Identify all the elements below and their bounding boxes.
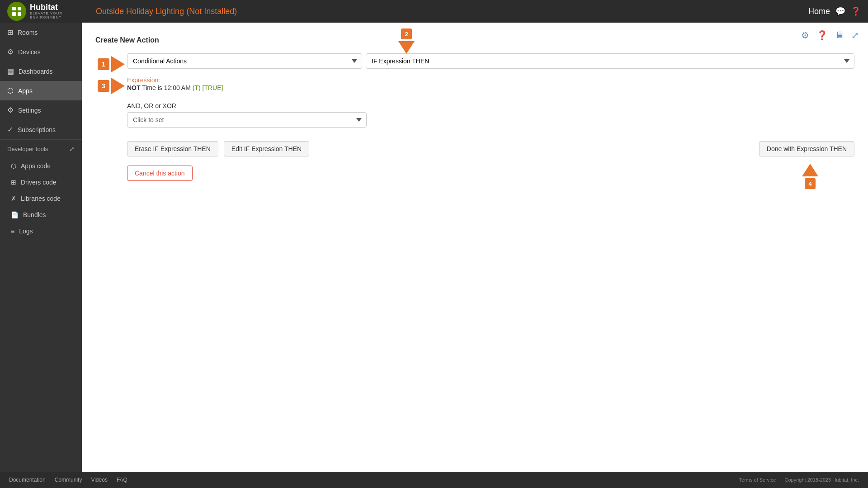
edit-button[interactable]: Edit IF Expression THEN (224, 141, 309, 156)
expand-icon[interactable]: ⤢ (851, 30, 859, 41)
t-text: (T) (193, 84, 201, 91)
expression-block: Expression: NOT Time is 12:00 AM (T) [TR… (127, 76, 854, 91)
logo-area: Hubitat ELEVATE YOUR ENVIRONMENT (7, 2, 89, 21)
sidebar-sub-item-label: Logs (19, 227, 33, 235)
footer-terms[interactable]: Terms of Service (739, 477, 776, 483)
right-arrow-1-icon (111, 56, 125, 72)
svg-rect-3 (18, 12, 21, 16)
main-layout: ⊞ Rooms ⚙ Devices ▦ Dashboards ⬡ Apps ⚙ … (0, 23, 868, 472)
subscriptions-icon: ✓ (7, 125, 13, 134)
sidebar-item-apps[interactable]: ⬡ Apps (0, 81, 82, 100)
content-area: ⚙ ❓ 🖥 ⤢ Create New Action 2 1 (82, 23, 868, 472)
footer-copyright: Copyright 2018-2023 Hubitat, Inc. (785, 477, 859, 483)
logo-subtitle: ELEVATE YOUR ENVIRONMENT (30, 11, 89, 19)
svg-rect-2 (12, 12, 16, 16)
annotation-3: 3 (98, 78, 125, 94)
dropdowns-row: Conditional Actions IF Expression THEN (127, 53, 854, 69)
expression-label-row: Expression: (127, 76, 854, 84)
expression-text: NOT Time is 12:00 AM (T) [TRUE] (127, 84, 854, 91)
badge-3: 3 (98, 80, 109, 92)
sidebar-item-label: Dashboards (19, 68, 53, 75)
expression-type-dropdown[interactable]: IF Expression THEN (366, 53, 854, 69)
developer-tools-label: Developer tools (7, 146, 48, 152)
badge-1: 1 (98, 58, 109, 70)
sidebar-sub-item-label: Bundles (23, 211, 46, 218)
button-row: Erase IF Expression THEN Edit IF Express… (127, 141, 854, 156)
expression-label[interactable]: Expression: (127, 76, 160, 84)
page-footer: Documentation Community Videos FAQ Terms… (0, 472, 868, 488)
logs-icon: ≡ (11, 227, 14, 235)
sidebar-item-dashboards[interactable]: ▦ Dashboards (0, 62, 82, 81)
right-arrow-3-icon (111, 78, 125, 94)
svg-rect-1 (18, 7, 21, 10)
annotation-1: 1 (98, 56, 125, 72)
libraries-code-icon: ✗ (11, 195, 16, 202)
apps-icon: ⬡ (7, 86, 14, 95)
sidebar-item-label: Devices (18, 48, 41, 56)
apps-code-icon: ⬡ (11, 162, 16, 170)
click-to-set-dropdown[interactable]: Click to set (127, 112, 367, 128)
sidebar-sub-item-label: Drivers code (21, 179, 57, 186)
sidebar-item-libraries-code[interactable]: ✗ Libraries code (0, 190, 82, 207)
badge-4: 4 (805, 178, 816, 189)
sidebar: ⊞ Rooms ⚙ Devices ▦ Dashboards ⬡ Apps ⚙ … (0, 23, 82, 472)
sidebar-sub-item-label: Libraries code (21, 195, 61, 202)
sidebar-item-drivers-code[interactable]: ⊞ Drivers code (0, 174, 82, 190)
expression-mid: Time is 12:00 AM (142, 84, 191, 91)
done-button[interactable]: Done with Expression THEN (759, 141, 854, 156)
action-type-dropdown[interactable]: Conditional Actions (127, 53, 362, 69)
cancel-row: Cancel this action (127, 166, 854, 181)
sidebar-item-apps-code[interactable]: ⬡ Apps code (0, 158, 82, 174)
true-text: [TRUE] (203, 84, 223, 91)
sidebar-item-devices[interactable]: ⚙ Devices (0, 42, 82, 62)
settings-icon: ⚙ (7, 106, 14, 114)
top-header: Hubitat ELEVATE YOUR ENVIRONMENT Outside… (0, 0, 868, 23)
logo-text: Hubitat ELEVATE YOUR ENVIRONMENT (30, 3, 89, 19)
question-icon[interactable]: ❓ (851, 6, 861, 16)
drivers-code-icon: ⊞ (11, 179, 16, 186)
sidebar-item-label: Settings (18, 107, 41, 114)
logo-icon (7, 2, 26, 21)
logo-title: Hubitat (30, 3, 89, 11)
form-section: Create New Action 2 1 Conditional Action… (95, 36, 854, 181)
footer-links: Documentation Community Videos FAQ (9, 477, 127, 483)
cancel-button[interactable]: Cancel this action (127, 166, 193, 181)
not-text: NOT (127, 84, 141, 91)
content-top-icons: ⚙ ❓ 🖥 ⤢ (801, 30, 859, 41)
footer-documentation-link[interactable]: Documentation (9, 477, 46, 483)
up-arrow-icon (802, 164, 818, 176)
down-arrow-icon (398, 41, 415, 54)
dashboards-icon: ▦ (7, 67, 14, 76)
footer-faq-link[interactable]: FAQ (117, 477, 127, 483)
help-icon[interactable]: ❓ (816, 30, 828, 41)
footer-right: Terms of Service Copyright 2018-2023 Hub… (739, 477, 859, 483)
sidebar-item-subscriptions[interactable]: ✓ Subscriptions (0, 120, 82, 139)
developer-tools-header: Developer tools ⤢ (0, 139, 82, 158)
sidebar-item-settings[interactable]: ⚙ Settings (0, 100, 82, 120)
and-or-label: AND, OR or XOR (127, 102, 854, 109)
annotation-2: 2 (398, 28, 415, 54)
page-title: Outside Holiday Lighting (Not Installed) (89, 7, 808, 16)
bundles-icon: 📄 (11, 211, 19, 218)
form-title: Create New Action (95, 36, 854, 44)
sidebar-item-rooms[interactable]: ⊞ Rooms (0, 23, 82, 42)
devices-icon: ⚙ (7, 47, 14, 56)
svg-rect-0 (12, 7, 16, 10)
sidebar-item-label: Rooms (18, 29, 38, 36)
footer-community-link[interactable]: Community (55, 477, 82, 483)
gear-icon[interactable]: ⚙ (801, 30, 809, 41)
home-link[interactable]: Home (808, 7, 830, 16)
monitor-icon[interactable]: 🖥 (835, 30, 844, 41)
footer-videos-link[interactable]: Videos (91, 477, 107, 483)
chat-icon[interactable]: 💬 (835, 6, 845, 16)
badge-2: 2 (401, 28, 412, 39)
sidebar-item-bundles[interactable]: 📄 Bundles (0, 207, 82, 223)
collapse-icon[interactable]: ⤢ (69, 145, 75, 152)
sidebar-item-label: Apps (18, 87, 33, 95)
annotation-4: 4 (802, 164, 818, 189)
sidebar-item-logs[interactable]: ≡ Logs (0, 223, 82, 239)
sidebar-sub-item-label: Apps code (21, 162, 51, 170)
erase-button[interactable]: Erase IF Expression THEN (127, 141, 218, 156)
header-icons: Home 💬 ❓ (808, 6, 861, 16)
sidebar-item-label: Subscriptions (18, 126, 56, 133)
